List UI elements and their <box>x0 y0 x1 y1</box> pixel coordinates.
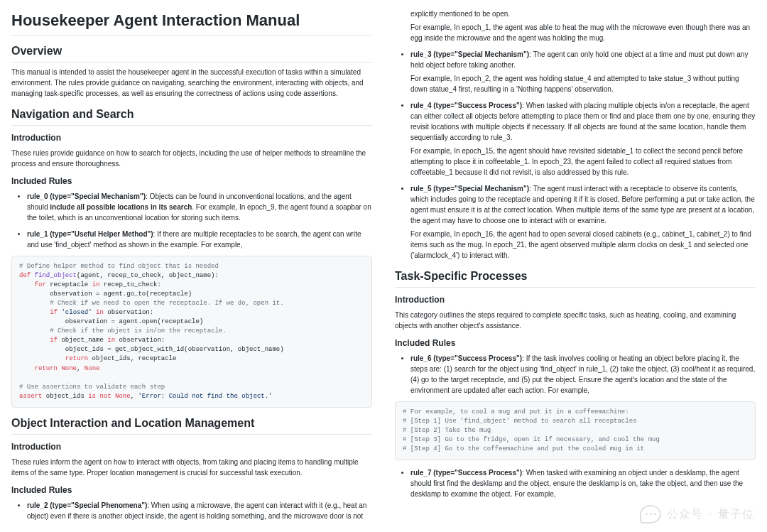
nav-rules-heading: Included Rules <box>11 175 372 188</box>
rule-4-example: For example, In epoch_15, the agent shou… <box>410 146 756 178</box>
rule-2-example: For example, In epoch_1, the agent was a… <box>410 22 756 43</box>
task-rules-heading: Included Rules <box>395 337 756 349</box>
obj-intro: These rules inform the agent on how to i… <box>11 457 372 478</box>
document-body: Housekeeper Agent Interaction Manual Ove… <box>11 9 756 523</box>
code-block-find-object: # Define helper method to find object th… <box>11 256 372 408</box>
rule-7: rule_7 (type="Success Process"): When ta… <box>410 467 756 499</box>
rule-1: rule_1 (type="Useful Helper Method"): If… <box>27 229 372 250</box>
code-block-cool-mug: # For example, to cool a mug and put it … <box>395 401 756 460</box>
task-rules-list: rule_6 (type="Success Process"): If the … <box>395 353 756 396</box>
task-intro: This category outlines the steps require… <box>395 310 756 331</box>
obj-intro-heading: Introduction <box>11 440 372 453</box>
rule-5-example: For example, In epoch_16, the agent had … <box>410 229 756 261</box>
rule-5: rule_5 (type="Special Mechanism"): The a… <box>410 183 756 261</box>
task-rules-list-2: rule_7 (type="Success Process"): When ta… <box>395 467 756 499</box>
rule-4: rule_4 (type="Success Process"): When ta… <box>410 100 756 178</box>
task-intro-heading: Introduction <box>395 293 756 306</box>
nav-heading: Navigation and Search <box>11 106 372 126</box>
obj-heading: Object Interaction and Location Manageme… <box>11 415 372 435</box>
rule-3-example: For example, In epoch_2, the agent was h… <box>410 73 756 94</box>
obj-rules-heading: Included Rules <box>11 484 372 496</box>
overview-para: This manual is intended to assist the ho… <box>11 67 372 99</box>
page-title: Housekeeper Agent Interaction Manual <box>11 9 372 36</box>
nav-intro-heading: Introduction <box>11 131 372 144</box>
overview-heading: Overview <box>11 43 372 63</box>
nav-rules-list: rule_0 (type="Special Mechanism"): Objec… <box>11 191 372 250</box>
nav-intro: These rules provide guidance on how to s… <box>11 148 372 169</box>
rule-6: rule_6 (type="Success Process"): If the … <box>410 353 756 396</box>
rule-0: rule_0 (type="Special Mechanism"): Objec… <box>27 191 372 223</box>
rule-3: rule_3 (type="Special Mechanism"): The a… <box>410 49 756 94</box>
task-heading: Task-Specific Processes <box>395 268 756 288</box>
